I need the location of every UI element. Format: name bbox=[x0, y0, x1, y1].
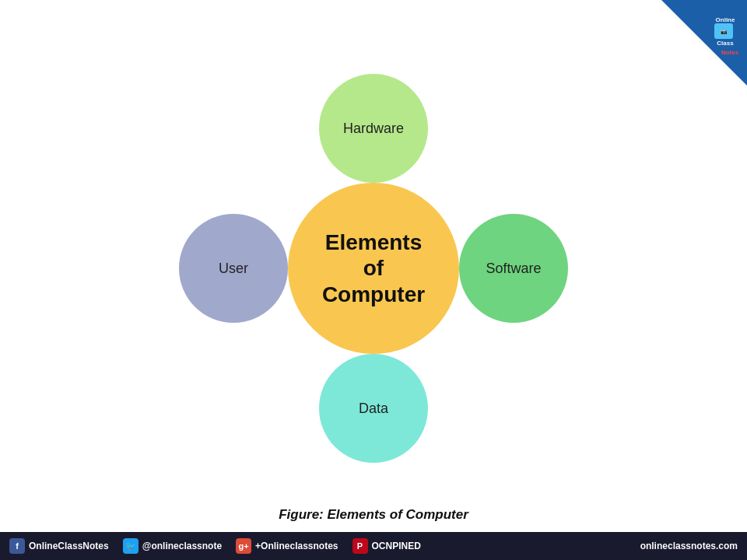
twitter-icon: 🐦 bbox=[123, 538, 139, 554]
data-circle: Data bbox=[319, 354, 428, 463]
svg-text:📷: 📷 bbox=[721, 28, 728, 35]
pinterest-icon: P bbox=[352, 538, 368, 554]
googleplus-item: g+ +Onlineclassnotes bbox=[236, 538, 338, 554]
googleplus-label: +Onlineclassnotes bbox=[255, 541, 338, 551]
diagram-container: Hardware Software Data User ElementsofCo… bbox=[0, 39, 747, 498]
figure-caption: Figure: Elements of Computer bbox=[0, 507, 747, 523]
pinterest-label: OCNPINED bbox=[372, 541, 421, 551]
software-label: Software bbox=[486, 261, 541, 277]
svg-text:Notes: Notes bbox=[721, 49, 739, 56]
twitter-label: @onlineclassnote bbox=[142, 541, 222, 551]
user-circle: User bbox=[179, 214, 288, 323]
corner-badge: Online 📷 Class Notes bbox=[661, 0, 747, 86]
facebook-item: f OnlineClassNotes bbox=[9, 538, 109, 554]
svg-text:Online: Online bbox=[716, 16, 735, 23]
facebook-label: OnlineClassNotes bbox=[29, 541, 109, 551]
bottom-bar: f OnlineClassNotes 🐦 @onlineclassnote g+… bbox=[0, 532, 747, 560]
user-label: User bbox=[219, 261, 248, 277]
svg-text:Class: Class bbox=[717, 40, 734, 47]
data-label: Data bbox=[359, 401, 388, 417]
twitter-item: 🐦 @onlineclassnote bbox=[123, 538, 222, 554]
center-label: ElementsofComputer bbox=[322, 229, 425, 308]
googleplus-icon: g+ bbox=[236, 538, 251, 554]
website-url: onlineclassnotes.com bbox=[640, 541, 738, 551]
elements-diagram: Hardware Software Data User ElementsofCo… bbox=[171, 66, 576, 471]
software-circle: Software bbox=[459, 214, 568, 323]
pinterest-item: P OCNPINED bbox=[352, 538, 421, 554]
hardware-label: Hardware bbox=[343, 121, 404, 137]
hardware-circle: Hardware bbox=[319, 74, 428, 183]
center-circle: ElementsofComputer bbox=[288, 183, 459, 354]
facebook-icon: f bbox=[9, 538, 25, 554]
